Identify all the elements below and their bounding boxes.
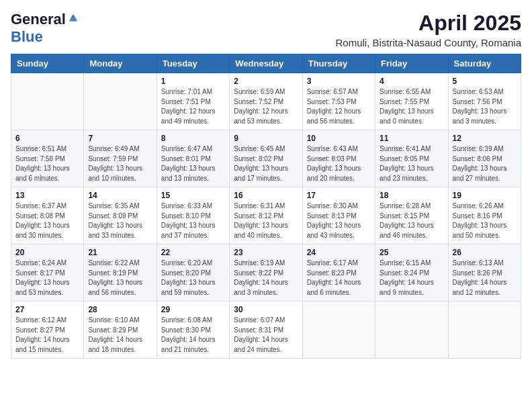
day-number: 19	[453, 191, 517, 200]
day-number: 29	[161, 305, 225, 314]
calendar-cell: 27Sunrise: 6:12 AMSunset: 8:27 PMDayligh…	[11, 302, 84, 359]
day-number: 13	[15, 191, 79, 200]
calendar-cell: 10Sunrise: 6:43 AMSunset: 8:03 PMDayligh…	[302, 130, 375, 187]
day-number: 22	[161, 248, 225, 257]
day-info: Sunrise: 6:24 AMSunset: 8:17 PMDaylight:…	[15, 259, 79, 298]
day-number: 10	[307, 134, 371, 143]
logo-general: General	[11, 11, 66, 28]
day-number: 17	[307, 191, 371, 200]
calendar-cell: 2Sunrise: 6:59 AMSunset: 7:52 PMDaylight…	[230, 73, 302, 130]
day-info: Sunrise: 6:26 AMSunset: 8:16 PMDaylight:…	[453, 201, 517, 240]
calendar-cell: 23Sunrise: 6:19 AMSunset: 8:22 PMDayligh…	[230, 244, 302, 302]
day-number: 21	[88, 248, 152, 257]
day-number: 16	[234, 191, 298, 200]
logo-blue: Blue	[11, 28, 43, 46]
day-info: Sunrise: 6:37 AMSunset: 8:08 PMDaylight:…	[15, 201, 79, 240]
calendar-week-row: 13Sunrise: 6:37 AMSunset: 8:08 PMDayligh…	[11, 187, 521, 244]
day-header-friday: Friday	[375, 54, 448, 73]
day-info: Sunrise: 6:15 AMSunset: 8:24 PMDaylight:…	[380, 259, 443, 298]
calendar-cell: 3Sunrise: 6:57 AMSunset: 7:53 PMDaylight…	[302, 73, 375, 130]
location-title: Romuli, Bistrita-Nasaud County, Romania	[336, 37, 522, 48]
day-header-monday: Monday	[84, 54, 157, 73]
day-info: Sunrise: 6:39 AMSunset: 8:06 PMDaylight:…	[453, 144, 517, 183]
day-number: 9	[234, 134, 298, 143]
calendar-cell: 8Sunrise: 6:47 AMSunset: 8:01 PMDaylight…	[157, 130, 229, 187]
calendar-cell: 4Sunrise: 6:55 AMSunset: 7:55 PMDaylight…	[375, 73, 448, 130]
calendar-cell: 13Sunrise: 6:37 AMSunset: 8:08 PMDayligh…	[11, 187, 84, 244]
calendar-cell: 30Sunrise: 6:07 AMSunset: 8:31 PMDayligh…	[230, 302, 302, 359]
logo: General Blue	[11, 11, 79, 46]
day-header-thursday: Thursday	[302, 54, 375, 73]
calendar-cell: 1Sunrise: 7:01 AMSunset: 7:51 PMDaylight…	[157, 73, 229, 130]
svg-marker-1	[69, 16, 77, 21]
day-number: 5	[453, 77, 517, 86]
calendar-cell: 24Sunrise: 6:17 AMSunset: 8:23 PMDayligh…	[302, 244, 375, 302]
day-number: 11	[380, 134, 443, 143]
calendar-week-row: 27Sunrise: 6:12 AMSunset: 8:27 PMDayligh…	[11, 302, 521, 359]
day-number: 12	[453, 134, 517, 143]
calendar-cell	[84, 73, 157, 130]
day-header-wednesday: Wednesday	[230, 54, 302, 73]
day-number: 24	[307, 248, 371, 257]
calendar-cell	[448, 302, 521, 359]
day-number: 6	[15, 134, 79, 143]
calendar-cell: 12Sunrise: 6:39 AMSunset: 8:06 PMDayligh…	[448, 130, 521, 187]
day-number: 14	[88, 191, 152, 200]
calendar-cell: 17Sunrise: 6:30 AMSunset: 8:13 PMDayligh…	[302, 187, 375, 244]
calendar-cell: 21Sunrise: 6:22 AMSunset: 8:19 PMDayligh…	[84, 244, 157, 302]
calendar-cell: 25Sunrise: 6:15 AMSunset: 8:24 PMDayligh…	[375, 244, 448, 302]
calendar-cell	[375, 302, 448, 359]
day-number: 20	[15, 248, 79, 257]
day-number: 28	[88, 305, 152, 314]
day-info: Sunrise: 6:13 AMSunset: 8:26 PMDaylight:…	[453, 259, 517, 298]
day-info: Sunrise: 6:49 AMSunset: 7:59 PMDaylight:…	[88, 144, 152, 183]
day-info: Sunrise: 6:41 AMSunset: 8:05 PMDaylight:…	[380, 144, 443, 183]
calendar-cell: 19Sunrise: 6:26 AMSunset: 8:16 PMDayligh…	[448, 187, 521, 244]
day-header-sunday: Sunday	[11, 54, 84, 73]
day-number: 25	[380, 248, 443, 257]
month-title: April 2025	[336, 11, 522, 36]
calendar-cell: 26Sunrise: 6:13 AMSunset: 8:26 PMDayligh…	[448, 244, 521, 302]
day-info: Sunrise: 6:28 AMSunset: 8:15 PMDaylight:…	[380, 201, 443, 240]
day-info: Sunrise: 6:10 AMSunset: 8:29 PMDaylight:…	[88, 316, 152, 355]
calendar-week-row: 6Sunrise: 6:51 AMSunset: 7:58 PMDaylight…	[11, 130, 521, 187]
day-info: Sunrise: 6:57 AMSunset: 7:53 PMDaylight:…	[307, 87, 371, 126]
day-number: 23	[234, 248, 298, 257]
day-info: Sunrise: 6:30 AMSunset: 8:13 PMDaylight:…	[307, 201, 371, 240]
title-block: April 2025 Romuli, Bistrita-Nasaud Count…	[336, 11, 522, 48]
day-info: Sunrise: 6:51 AMSunset: 7:58 PMDaylight:…	[15, 144, 79, 183]
calendar-cell: 11Sunrise: 6:41 AMSunset: 8:05 PMDayligh…	[375, 130, 448, 187]
day-info: Sunrise: 6:47 AMSunset: 8:01 PMDaylight:…	[161, 144, 225, 183]
day-info: Sunrise: 6:17 AMSunset: 8:23 PMDaylight:…	[307, 259, 371, 298]
day-info: Sunrise: 6:55 AMSunset: 7:55 PMDaylight:…	[380, 87, 443, 126]
day-info: Sunrise: 6:19 AMSunset: 8:22 PMDaylight:…	[234, 259, 298, 298]
calendar-cell: 5Sunrise: 6:53 AMSunset: 7:56 PMDaylight…	[448, 73, 521, 130]
day-info: Sunrise: 7:01 AMSunset: 7:51 PMDaylight:…	[161, 87, 225, 126]
day-number: 26	[453, 248, 517, 257]
day-info: Sunrise: 6:45 AMSunset: 8:02 PMDaylight:…	[234, 144, 298, 183]
day-number: 7	[88, 134, 152, 143]
calendar-cell: 16Sunrise: 6:31 AMSunset: 8:12 PMDayligh…	[230, 187, 302, 244]
day-header-saturday: Saturday	[448, 54, 521, 73]
day-info: Sunrise: 6:53 AMSunset: 7:56 PMDaylight:…	[453, 87, 517, 126]
day-number: 2	[234, 77, 298, 86]
calendar-cell: 18Sunrise: 6:28 AMSunset: 8:15 PMDayligh…	[375, 187, 448, 244]
day-info: Sunrise: 6:33 AMSunset: 8:10 PMDaylight:…	[161, 201, 225, 240]
day-number: 15	[161, 191, 225, 200]
calendar-week-row: 20Sunrise: 6:24 AMSunset: 8:17 PMDayligh…	[11, 244, 521, 302]
calendar-table: SundayMondayTuesdayWednesdayThursdayFrid…	[11, 54, 521, 359]
day-info: Sunrise: 6:08 AMSunset: 8:30 PMDaylight:…	[161, 316, 225, 355]
day-info: Sunrise: 6:07 AMSunset: 8:31 PMDaylight:…	[234, 316, 298, 355]
day-number: 27	[15, 305, 79, 314]
day-info: Sunrise: 6:31 AMSunset: 8:12 PMDaylight:…	[234, 201, 298, 240]
calendar-cell	[11, 73, 84, 130]
day-number: 18	[380, 191, 443, 200]
day-number: 4	[380, 77, 443, 86]
day-info: Sunrise: 6:59 AMSunset: 7:52 PMDaylight:…	[234, 87, 298, 126]
calendar-cell: 20Sunrise: 6:24 AMSunset: 8:17 PMDayligh…	[11, 244, 84, 302]
day-info: Sunrise: 6:43 AMSunset: 8:03 PMDaylight:…	[307, 144, 371, 183]
calendar-cell: 15Sunrise: 6:33 AMSunset: 8:10 PMDayligh…	[157, 187, 229, 244]
calendar-header-row: SundayMondayTuesdayWednesdayThursdayFrid…	[11, 54, 521, 73]
calendar-cell: 14Sunrise: 6:35 AMSunset: 8:09 PMDayligh…	[84, 187, 157, 244]
day-number: 3	[307, 77, 371, 86]
